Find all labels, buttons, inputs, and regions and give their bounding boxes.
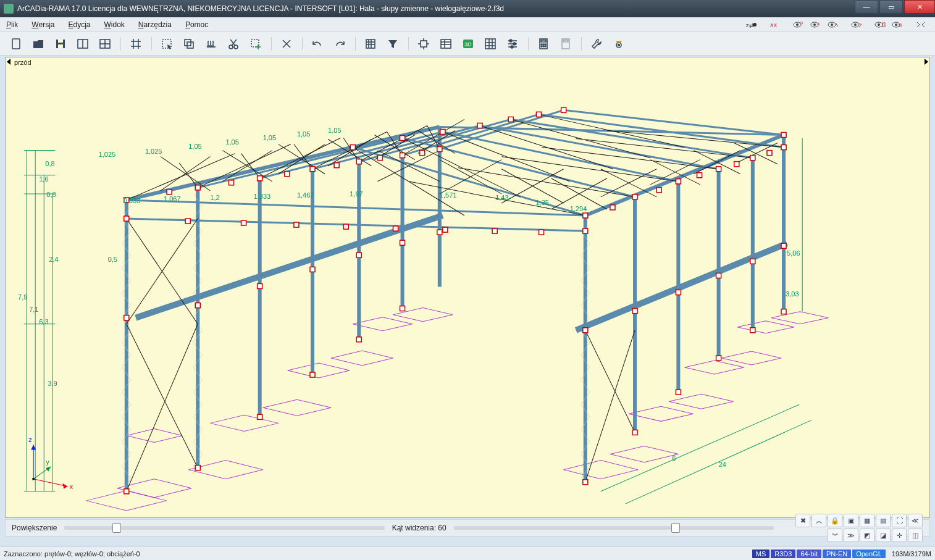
svg-rect-142	[343, 224, 348, 229]
svg-rect-149	[195, 303, 200, 308]
svg-text:3,9: 3,9	[48, 380, 57, 387]
matrix-icon[interactable]	[479, 35, 501, 53]
view-btn-cross[interactable]: ✖	[795, 514, 810, 527]
select-icon[interactable]	[156, 35, 178, 53]
view-btn-screen[interactable]: ▣	[844, 514, 858, 527]
svg-rect-157	[676, 290, 681, 295]
hatch-icon[interactable]	[359, 35, 382, 53]
svg-rect-160	[781, 243, 786, 248]
svg-text:N: N	[800, 21, 803, 25]
view-toggle-1[interactable]: z⇄	[744, 19, 760, 31]
cut-icon[interactable]	[222, 35, 245, 53]
menu-edycja[interactable]: Edycja	[68, 20, 90, 29]
view-btn-axes[interactable]: ✛	[892, 529, 907, 542]
svg-rect-132	[716, 167, 721, 172]
window-controls: — ▭ ✕	[853, 0, 935, 17]
svg-rect-108	[195, 185, 200, 190]
fov-slider[interactable]	[454, 526, 774, 530]
svg-rect-109	[229, 180, 233, 185]
view-btn-left[interactable]: ≪	[908, 514, 923, 527]
menu-wersja[interactable]: Wersja	[31, 20, 54, 29]
svg-rect-152	[356, 253, 361, 257]
eye-toggle-4[interactable]	[849, 19, 865, 31]
svg-point-7	[813, 23, 816, 26]
eye-toggle-3[interactable]	[825, 19, 841, 31]
svg-rect-21	[12, 39, 20, 49]
svg-text:2,4: 2,4	[49, 256, 58, 263]
svg-rect-143	[393, 226, 398, 231]
svg-text:z⇄: z⇄	[746, 22, 754, 28]
view-3d-icon[interactable]: 3D	[457, 35, 479, 53]
svg-point-84	[545, 46, 546, 47]
svg-text:1,05: 1,05	[263, 134, 276, 141]
layout-2-icon[interactable]	[94, 35, 116, 53]
svg-text:1,025: 1,025	[145, 148, 162, 155]
zoom-slider[interactable]	[64, 526, 384, 530]
wrench-icon[interactable]	[585, 35, 608, 53]
svg-rect-115	[377, 156, 382, 161]
redo-icon[interactable]	[329, 35, 351, 53]
svg-text:1,6: 1,6	[39, 175, 48, 183]
filter-icon[interactable]	[382, 35, 404, 53]
eye-toggle-5[interactable]	[872, 19, 888, 31]
svg-rect-24	[58, 44, 63, 48]
delete-icon[interactable]	[275, 35, 298, 53]
maximize-button[interactable]: ▭	[879, 0, 903, 14]
eye-toggle-1[interactable]: N	[790, 19, 807, 31]
svg-rect-50	[366, 40, 375, 48]
menu-widok[interactable]: Widok	[104, 20, 125, 29]
view-btn-up[interactable]: ︽	[811, 514, 826, 527]
svg-rect-128	[632, 194, 637, 199]
svg-point-13	[854, 23, 857, 26]
transform-icon[interactable]	[413, 35, 435, 53]
eye-toggle-6[interactable]	[889, 19, 905, 31]
calculator-icon[interactable]	[532, 35, 555, 53]
settings-gear-icon[interactable]	[608, 35, 630, 53]
svg-text:y: y	[46, 458, 49, 466]
svg-point-74	[509, 40, 512, 42]
view-btn-box1[interactable]: ▦	[860, 514, 874, 527]
menu-plik[interactable]: Plik	[6, 20, 18, 29]
grid-icon[interactable]	[125, 35, 147, 53]
svg-rect-119	[350, 145, 355, 150]
add-node-icon[interactable]	[245, 35, 267, 53]
view-btn-iso2[interactable]: ◪	[876, 529, 891, 542]
view-btn-persp[interactable]: ◫	[908, 529, 923, 542]
view-btn-fit[interactable]: ⛶	[892, 514, 907, 527]
svg-rect-86	[563, 40, 568, 42]
menu-pomoc[interactable]: Pomoc	[185, 20, 208, 29]
copy-icon[interactable]	[178, 35, 200, 53]
svg-text:⁄₁: ⁄₁	[816, 22, 820, 26]
calculator-2-icon[interactable]	[555, 35, 577, 53]
view-btn-right[interactable]: ≫	[844, 529, 858, 542]
load-icon[interactable]	[200, 35, 222, 53]
menu-narzedzia[interactable]: Narzędzia	[138, 20, 172, 29]
undo-icon[interactable]	[306, 35, 329, 53]
eye-toggle-2[interactable]: ⁄₁	[808, 19, 824, 31]
close-button[interactable]: ✕	[904, 0, 935, 14]
table-icon[interactable]	[435, 35, 457, 53]
minimize-button[interactable]: —	[855, 0, 878, 14]
svg-text:6: 6	[672, 454, 676, 462]
view-btn-iso1[interactable]: ◩	[860, 529, 874, 542]
svg-text:1,467: 1,467	[297, 191, 314, 199]
collapse-toggle[interactable]	[913, 19, 929, 31]
new-file-icon[interactable]	[5, 35, 27, 53]
view-toggle-2[interactable]: ∧x	[767, 19, 783, 31]
sliders-icon[interactable]	[501, 35, 524, 53]
svg-rect-110	[258, 176, 262, 181]
svg-rect-35	[185, 40, 191, 46]
save-file-icon[interactable]	[49, 35, 72, 53]
open-file-icon[interactable]	[27, 35, 49, 53]
view-btn-lock[interactable]: 🔒	[828, 514, 842, 527]
tag-ms: MS	[752, 550, 770, 558]
viewport-3d[interactable]: przód 0,8 1,6 0,8 2,4 7,9 7,1 6,3 3,9	[6, 57, 929, 517]
svg-rect-129	[656, 188, 661, 193]
view-btn-down[interactable]: ︾	[828, 529, 842, 542]
svg-rect-138	[124, 216, 129, 221]
viewport-frame: przód 0,8 1,6 0,8 2,4 7,9 7,1 6,3 3,9	[5, 57, 930, 518]
svg-rect-141	[294, 222, 299, 227]
layout-1-icon[interactable]	[72, 35, 94, 53]
view-btn-box2[interactable]: ▤	[876, 514, 891, 527]
svg-text:5,06: 5,06	[787, 249, 800, 257]
